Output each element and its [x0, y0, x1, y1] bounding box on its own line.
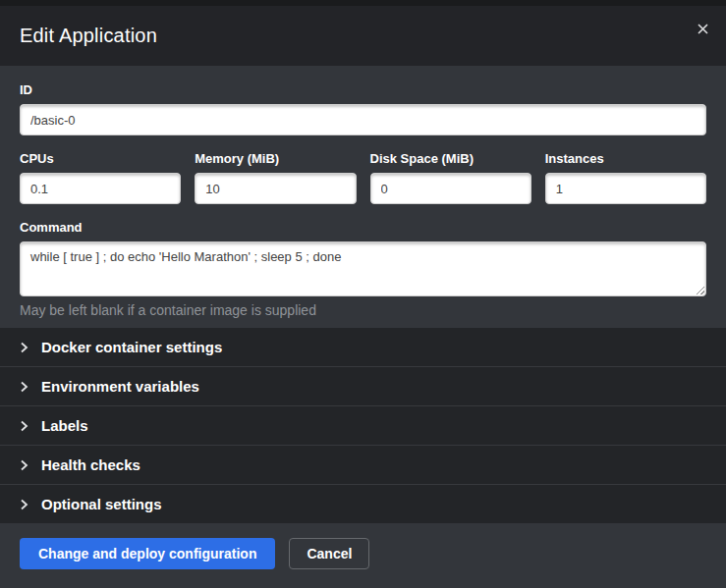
instances-field-group: Instances — [545, 151, 706, 204]
section-label: Environment variables — [41, 378, 199, 395]
section-environment-variables[interactable]: Environment variables — [0, 367, 726, 406]
command-field-group: Command while [ true ] ; do echo 'Hello … — [20, 220, 706, 318]
section-label: Optional settings — [41, 496, 162, 512]
section-labels[interactable]: Labels — [0, 406, 726, 446]
section-label: Docker container settings — [41, 339, 222, 355]
memory-input[interactable] — [195, 173, 356, 204]
section-docker-container-settings[interactable]: Docker container settings — [0, 328, 726, 367]
close-icon — [698, 24, 708, 34]
cancel-button[interactable]: Cancel — [289, 538, 369, 569]
chevron-right-icon — [20, 381, 28, 393]
command-textarea[interactable]: while [ true ] ; do echo 'Hello Marathon… — [20, 241, 706, 296]
disk-input[interactable] — [370, 173, 531, 204]
chevron-right-icon — [20, 342, 28, 353]
chevron-right-icon — [20, 499, 28, 510]
section-label: Health checks — [41, 456, 140, 473]
disk-field-group: Disk Space (MiB) — [370, 151, 531, 204]
chevron-right-icon — [20, 420, 28, 432]
cpus-input[interactable] — [20, 173, 181, 204]
command-textarea-wrap: while [ true ] ; do echo 'Hello Marathon… — [20, 241, 706, 296]
section-health-checks[interactable]: Health checks — [0, 446, 726, 485]
cpus-field-group: CPUs — [20, 151, 181, 204]
id-field-group: ID — [20, 82, 706, 135]
section-optional-settings[interactable]: Optional settings — [0, 485, 726, 523]
section-label: Labels — [41, 417, 88, 434]
collapsible-sections: Docker container settings Environment va… — [0, 328, 726, 523]
cpus-label: CPUs — [20, 151, 181, 166]
edit-application-modal: Edit Application ID CPUs Memory (MiB) Di… — [0, 6, 726, 588]
resources-row: CPUs Memory (MiB) Disk Space (MiB) Insta… — [20, 151, 706, 204]
memory-label: Memory (MiB) — [195, 151, 356, 166]
disk-label: Disk Space (MiB) — [370, 151, 531, 166]
instances-label: Instances — [545, 151, 706, 166]
memory-field-group: Memory (MiB) — [195, 151, 356, 204]
modal-footer: Change and deploy configuration Cancel — [0, 523, 726, 588]
command-help-text: May be left blank if a container image i… — [20, 302, 706, 318]
command-label: Command — [20, 220, 706, 235]
change-and-deploy-button[interactable]: Change and deploy configuration — [20, 538, 275, 569]
id-input[interactable] — [20, 104, 706, 135]
id-label: ID — [20, 82, 706, 97]
close-button[interactable] — [694, 20, 712, 38]
instances-input[interactable] — [545, 173, 706, 204]
modal-title: Edit Application — [20, 25, 157, 47]
modal-header: Edit Application — [0, 6, 726, 66]
application-form: ID CPUs Memory (MiB) Disk Space (MiB) In… — [0, 66, 726, 328]
chevron-right-icon — [20, 459, 28, 471]
